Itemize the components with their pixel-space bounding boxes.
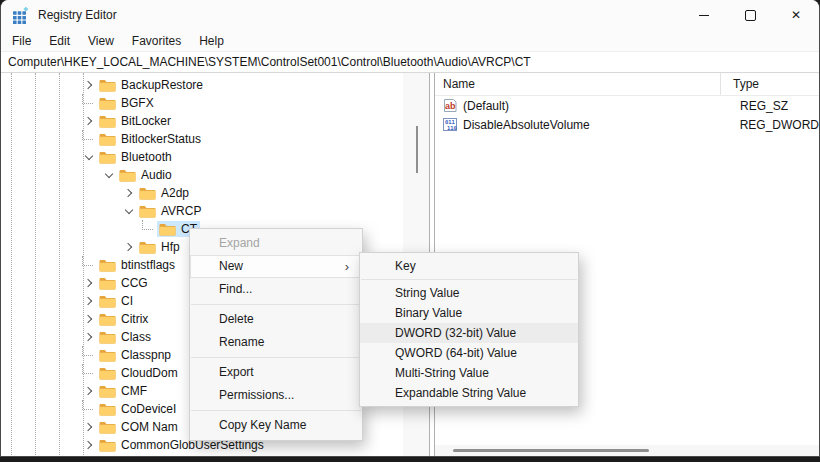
tree-node-content[interactable]: Citrix: [97, 311, 151, 327]
tree-node-content[interactable]: CCG: [97, 275, 151, 291]
menu-item-expandable-string-value[interactable]: Expandable String Value: [360, 383, 578, 403]
tree-item-label: A2dp: [161, 186, 189, 200]
tree-node-content[interactable]: Bluetooth: [97, 149, 175, 165]
maximize-button[interactable]: [727, 0, 773, 30]
maximize-icon: [745, 10, 756, 21]
chevron-right-icon[interactable]: [81, 77, 97, 93]
tree-node-content[interactable]: Class: [97, 329, 154, 345]
tree-item-label: Class: [121, 330, 151, 344]
folder-icon: [159, 223, 176, 236]
chevron-right-icon[interactable]: [81, 113, 97, 129]
address-bar[interactable]: Computer\HKEY_LOCAL_MACHINE\SYSTEM\Contr…: [1, 52, 819, 73]
chevron-right-icon[interactable]: [81, 275, 97, 291]
title-bar: Registry Editor ✕: [1, 0, 819, 30]
menu-favorites[interactable]: Favorites: [123, 30, 190, 51]
menu-separator: [361, 279, 577, 280]
value-type: REG_DWORD: [728, 118, 819, 132]
tree-node-content[interactable]: Hfp: [137, 239, 183, 255]
menu-file[interactable]: File: [3, 30, 40, 51]
menu-item-dword-32-bit-value[interactable]: DWORD (32-bit) Value: [360, 323, 578, 343]
tree-item-backuprestore[interactable]: BackupRestore: [1, 76, 429, 94]
menu-help[interactable]: Help: [190, 30, 233, 51]
tree-item-bitlockerstatus[interactable]: BitlockerStatus: [1, 130, 429, 148]
svg-text:ab: ab: [445, 101, 456, 111]
menu-item-permissions[interactable]: Permissions...: [190, 384, 362, 407]
tree-item-audio[interactable]: Audio: [1, 166, 429, 184]
svg-text:110: 110: [447, 125, 457, 131]
menu-item-new[interactable]: New›: [190, 255, 362, 278]
tree-node-content[interactable]: BackupRestore: [97, 77, 206, 93]
tree-node-content[interactable]: Audio: [117, 167, 175, 183]
folder-icon: [99, 367, 116, 380]
tree-node-content[interactable]: BGFX: [97, 95, 157, 111]
tree-node-content[interactable]: CloudDom: [97, 365, 181, 381]
tree-connector: [81, 257, 97, 273]
folder-icon: [99, 79, 116, 92]
tree-node-content[interactable]: COM Nam: [97, 419, 181, 435]
chevron-right-icon[interactable]: [121, 185, 137, 201]
chevron-right-icon[interactable]: [81, 293, 97, 309]
folder-icon: [99, 331, 116, 344]
close-button[interactable]: ✕: [773, 0, 819, 30]
tree-item-bluetooth[interactable]: Bluetooth: [1, 148, 429, 166]
folder-icon: [99, 151, 116, 164]
folder-icon: [99, 133, 116, 146]
column-header-name[interactable]: Name: [435, 73, 721, 95]
tree-node-content[interactable]: Classpnp: [97, 347, 174, 363]
chevron-right-icon[interactable]: [81, 419, 97, 435]
tree-node-content[interactable]: btinstflags: [97, 257, 178, 273]
menu-item-export[interactable]: Export: [190, 361, 362, 384]
folder-icon: [99, 259, 116, 272]
registry-editor-window: Registry Editor ✕ FileEditViewFavoritesH…: [1, 0, 819, 456]
tree-item-a2dp[interactable]: A2dp: [1, 184, 429, 202]
menu-item-string-value[interactable]: String Value: [360, 283, 578, 303]
folder-icon: [119, 169, 136, 182]
tree-node-content[interactable]: [97, 456, 124, 457]
menu-item-delete[interactable]: Delete: [190, 308, 362, 331]
chevron-right-icon[interactable]: [81, 455, 97, 456]
tree-item-label: BackupRestore: [121, 78, 203, 92]
chevron-down-icon[interactable]: [81, 149, 97, 165]
menu-view[interactable]: View: [79, 30, 123, 51]
menu-item-copy-key-name[interactable]: Copy Key Name: [190, 414, 362, 437]
tree-node-content[interactable]: CI: [97, 293, 136, 309]
string-value-icon: ab: [442, 98, 458, 113]
folder-icon: [139, 187, 156, 200]
minimize-button[interactable]: [681, 0, 727, 30]
tree-node-content[interactable]: A2dp: [137, 185, 192, 201]
chevron-right-icon[interactable]: [121, 239, 137, 255]
value-row-default[interactable]: ab(Default)REG_SZ: [435, 96, 819, 115]
tree-node-content[interactable]: AVRCP: [137, 203, 204, 219]
tree-item-bgfx[interactable]: BGFX: [1, 94, 429, 112]
tree-node-content[interactable]: BitlockerStatus: [97, 131, 204, 147]
chevron-right-icon[interactable]: [81, 329, 97, 345]
value-row-disableabsolutevolume[interactable]: 011110DisableAbsoluteVolumeREG_DWORD: [435, 115, 819, 134]
tree-item-bitlocker[interactable]: BitLocker: [1, 112, 429, 130]
chevron-down-icon[interactable]: [121, 203, 137, 219]
folder-icon: [99, 439, 116, 452]
menu-item-qword-64-bit-value[interactable]: QWORD (64-bit) Value: [360, 343, 578, 363]
list-horizontal-scrollbar[interactable]: [435, 445, 819, 456]
tree-item-label: Citrix: [121, 312, 148, 326]
folder-icon: [99, 313, 116, 326]
column-header-type[interactable]: Type: [721, 73, 759, 95]
menu-item-rename[interactable]: Rename: [190, 331, 362, 354]
tree-node-content[interactable]: CMF: [97, 383, 150, 399]
tree-node-content[interactable]: BitLocker: [97, 113, 174, 129]
tree-item-avrcp[interactable]: AVRCP: [1, 202, 429, 220]
list-scrollbar-thumb[interactable]: [453, 449, 649, 452]
menu-bar: FileEditViewFavoritesHelp: [1, 30, 819, 52]
tree-node-content[interactable]: CoDeviceI: [97, 401, 179, 417]
tree-scrollbar-thumb[interactable]: [416, 126, 418, 173]
chevron-right-icon[interactable]: [81, 437, 97, 453]
chevron-right-icon[interactable]: [81, 383, 97, 399]
menu-item-key[interactable]: Key: [360, 256, 578, 276]
menu-item-multi-string-value[interactable]: Multi-String Value: [360, 363, 578, 383]
tree-item-blank[interactable]: [1, 454, 429, 456]
menu-item-find[interactable]: Find...: [190, 278, 362, 301]
chevron-down-icon[interactable]: [101, 167, 117, 183]
tree-item-label: BGFX: [121, 96, 154, 110]
menu-edit[interactable]: Edit: [40, 30, 79, 51]
menu-item-binary-value[interactable]: Binary Value: [360, 303, 578, 323]
chevron-right-icon[interactable]: [81, 311, 97, 327]
